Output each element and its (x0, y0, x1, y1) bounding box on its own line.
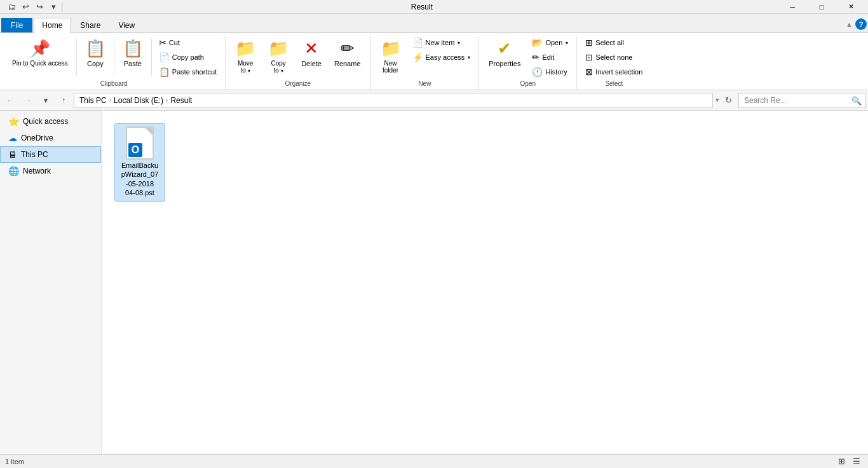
qa-redo-btn[interactable]: ↪ (33, 1, 46, 13)
forward-button[interactable]: → (20, 93, 36, 108)
ribbon-group-select: ⊞ Select all ⊡ Select none ⊠ Invert sele… (577, 36, 651, 90)
sidebar-item-network[interactable]: 🌐 Network (0, 163, 101, 179)
pst-badge: O (128, 143, 142, 157)
view-buttons: ⊞ ☰ (835, 455, 863, 468)
divider3 (151, 38, 152, 76)
qa-undo-btn[interactable]: ↩ (19, 1, 32, 13)
tab-view[interactable]: View (110, 18, 143, 32)
sidebar-item-onedrive[interactable]: ☁ OneDrive (0, 130, 101, 146)
file-item-pst[interactable]: O EmailBackupWizard_07-05-201804-08.pst (114, 123, 165, 202)
sidebar-item-quick-access[interactable]: ⭐ Quick access (0, 113, 101, 130)
new-small-stack: 📄 New item ▾ ⚡ Easy access ▾ (408, 36, 475, 64)
breadcrumb[interactable]: This PC › Local Disk (E:) › Result (74, 93, 713, 108)
back-button[interactable]: ← (3, 93, 18, 108)
breadcrumb-result[interactable]: Result (170, 96, 192, 105)
move-icon: 📁 (235, 39, 255, 59)
delete-label: Delete (301, 60, 322, 67)
select-all-button[interactable]: ⊞ Select all (581, 36, 647, 50)
close-button[interactable]: ✕ (836, 0, 865, 14)
pst-icon-wrap: O (125, 128, 155, 158)
move-to-button[interactable]: 📁 Moveto ▾ (229, 36, 261, 77)
open-label: Open (545, 39, 562, 46)
pin-icon: 📌 (30, 39, 50, 59)
edit-button[interactable]: ✏ Edit (527, 50, 573, 64)
ribbon-group-clipboard: 📌 Pin to Quick access 📋 Copy 📋 Paste ✂ C… (3, 36, 226, 90)
paste-shortcut-icon: 📋 (159, 67, 170, 77)
breadcrumb-sep2: › (166, 97, 168, 104)
rename-button[interactable]: ✏ Rename (329, 36, 367, 71)
organize-group-content: 📁 Moveto ▾ 📁 Copyto ▾ ✕ Delete ✏ Rename (229, 36, 366, 79)
copy-path-icon: 📄 (159, 52, 170, 62)
quick-access-label: Quick access (23, 117, 68, 126)
copy-path-button[interactable]: 📄 Copy path (154, 50, 221, 64)
easy-access-dropdown: ▾ (468, 55, 470, 60)
properties-button[interactable]: ✔ Properties (483, 36, 526, 71)
open-button[interactable]: 📂 Open ▾ (527, 36, 573, 50)
breadcrumb-local-disk[interactable]: Local Disk (E:) (114, 96, 163, 105)
title-bar: 🗂 ↩ ↪ ▾ | Result ─ □ ✕ (0, 0, 868, 14)
divider (76, 38, 77, 76)
search-input[interactable] (738, 93, 865, 108)
content-area[interactable]: O EmailBackupWizard_07-05-201804-08.pst (102, 111, 868, 454)
minimize-button[interactable]: ─ (778, 0, 807, 14)
breadcrumb-this-pc[interactable]: This PC (79, 96, 107, 105)
this-pc-icon: 🖥 (8, 149, 17, 160)
paste-button[interactable]: 📋 Paste (117, 36, 149, 71)
copy-path-label: Copy path (172, 53, 204, 61)
easy-access-icon: ⚡ (412, 52, 423, 62)
copy-icon-large: 📋 (85, 39, 105, 59)
open-group-content: ✔ Properties 📂 Open ▾ ✏ Edit 🕐 History (483, 36, 573, 79)
qa-dropdown-btn[interactable]: ▾ (47, 1, 60, 13)
history-button[interactable]: 🕐 History (527, 65, 573, 79)
breadcrumb-sep1: › (109, 97, 111, 104)
address-dropdown-btn[interactable]: ▾ (715, 96, 719, 104)
maximize-button[interactable]: □ (807, 0, 836, 14)
list-view-button[interactable]: ☰ (850, 455, 863, 468)
tab-home[interactable]: Home (34, 18, 71, 33)
easy-access-button[interactable]: ⚡ Easy access ▾ (408, 50, 475, 64)
copy-button-large[interactable]: 📋 Copy (79, 36, 111, 71)
select-none-button[interactable]: ⊡ Select none (581, 50, 647, 64)
sidebar-item-this-pc[interactable]: 🖥 This PC (0, 146, 101, 163)
rename-icon: ✏ (341, 39, 355, 59)
onedrive-label: OneDrive (21, 134, 53, 142)
tab-file[interactable]: File (1, 18, 32, 32)
tab-share[interactable]: Share (72, 18, 109, 32)
clipboard-group-content: 📌 Pin to Quick access 📋 Copy 📋 Paste ✂ C… (6, 36, 221, 79)
ribbon-expand-btn[interactable]: ▲ (846, 20, 853, 28)
copy-to-label: Copyto ▾ (271, 60, 285, 74)
pin-to-quick-access-button[interactable]: 📌 Pin to Quick access (6, 36, 74, 71)
ribbon: 📌 Pin to Quick access 📋 Copy 📋 Paste ✂ C… (0, 33, 868, 90)
new-folder-button[interactable]: 📁 Newfolder (375, 36, 407, 77)
this-pc-label: This PC (21, 150, 48, 159)
delete-button[interactable]: ✕ Delete (295, 36, 327, 71)
cut-icon: ✂ (159, 38, 166, 48)
paste-shortcut-button[interactable]: 📋 Paste shortcut (154, 65, 221, 79)
edit-label: Edit (542, 53, 554, 61)
history-label: History (545, 68, 567, 76)
sidebar: ⭐ Quick access ☁ OneDrive 🖥 This PC 🌐 Ne… (0, 111, 102, 454)
invert-selection-button[interactable]: ⊠ Invert selection (581, 65, 647, 79)
up-button[interactable]: ↑ (56, 93, 71, 108)
properties-icon: ✔ (498, 39, 512, 59)
select-stack: ⊞ Select all ⊡ Select none ⊠ Invert sele… (581, 36, 647, 79)
new-item-button[interactable]: 📄 New item ▾ (408, 36, 475, 50)
refresh-button[interactable]: ↻ (721, 93, 736, 108)
copy-to-button[interactable]: 📁 Copyto ▾ (262, 36, 294, 77)
copy-to-icon: 📁 (268, 39, 288, 59)
ribbon-group-open: ✔ Properties 📂 Open ▾ ✏ Edit 🕐 History (479, 36, 577, 90)
history-icon: 🕐 (532, 67, 543, 77)
cut-label: Cut (169, 39, 180, 46)
cut-button[interactable]: ✂ Cut (154, 36, 221, 50)
open-group-label: Open (483, 79, 573, 87)
help-button[interactable]: ? (855, 18, 867, 30)
grid-view-button[interactable]: ⊞ (835, 455, 848, 468)
organize-group-label: Organize (229, 79, 366, 87)
select-none-label: Select none (595, 53, 632, 61)
divider2 (114, 38, 114, 76)
open-icon: 📂 (532, 38, 543, 48)
new-item-label: New item (426, 39, 455, 46)
pst-file-icon: O (126, 127, 154, 160)
recent-locations-button[interactable]: ▾ (38, 93, 53, 108)
move-label: Moveto ▾ (238, 60, 253, 74)
